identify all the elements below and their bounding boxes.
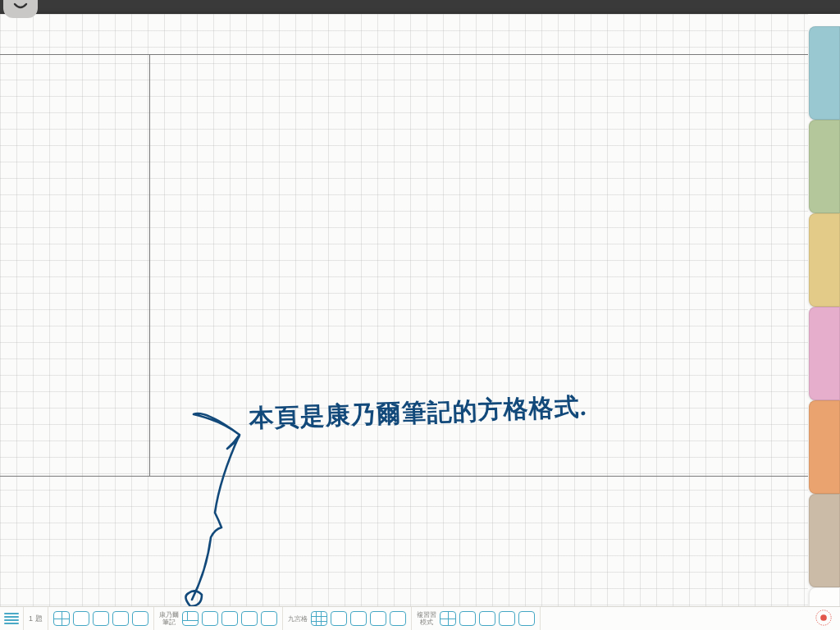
tpl-cornell-5[interactable] [261,611,277,626]
tpl-nine-3[interactable] [350,611,367,626]
tab-5[interactable] [809,400,840,494]
tpl-blank-4[interactable] [132,611,148,626]
tab-4[interactable] [809,307,840,400]
tpl-rev-5[interactable] [518,611,535,626]
tpl-cornell-4[interactable] [241,611,258,626]
tpl-blank-1[interactable] [73,611,89,626]
grid-paper [0,14,808,606]
tab-1[interactable] [809,26,840,120]
cornell-cue-line [149,54,150,476]
template-group-cornell: 康乃爾 筆記 [154,607,283,630]
collapse-handle[interactable] [3,0,38,18]
hamburger-icon [4,613,19,624]
tab-2[interactable] [809,120,840,213]
template-group-review: 複習習 模式 [412,607,541,630]
svg-point-1 [820,614,827,621]
tpl-quad[interactable] [53,611,70,626]
tpl-cornell-2[interactable] [202,611,218,626]
tpl-rev-2[interactable] [459,611,476,626]
template-group-basic [48,607,154,630]
record-button[interactable] [815,609,833,627]
tpl-nine-5[interactable] [390,611,406,626]
tpl-cornell-3[interactable] [221,611,238,626]
group-label-cornell: 康乃爾 筆記 [159,611,179,626]
title-separator [0,54,808,55]
bottom-toolbar: 1 題 康乃爾 筆記 [0,606,840,630]
notebook-page: 本頁是康乃爾筆記的方格格式. 1 題 [0,14,840,630]
tpl-cornell-1[interactable] [182,611,199,626]
tab-6[interactable] [809,494,840,587]
tpl-nine-4[interactable] [370,611,386,626]
cornell-summary-line [0,476,808,477]
group-label-ninegrid: 九宮格 [288,615,308,623]
page-number-label: 1 題 [29,615,43,623]
tpl-rev-1[interactable] [440,611,456,626]
tpl-blank-3[interactable] [112,611,129,626]
chevron-down-icon [12,2,29,11]
template-group-ninegrid: 九宮格 [283,607,412,630]
tpl-rev-3[interactable] [479,611,495,626]
group-label-review: 複習習 模式 [417,611,436,626]
tab-3[interactable] [809,213,840,307]
tpl-rev-4[interactable] [499,611,515,626]
tpl-nine-2[interactable] [331,611,347,626]
tpl-blank-2[interactable] [93,611,109,626]
page-label-seg: 1 題 [24,607,48,630]
tpl-nine-1[interactable] [311,611,327,626]
section-tabs [809,26,840,624]
index-button[interactable] [0,607,24,630]
